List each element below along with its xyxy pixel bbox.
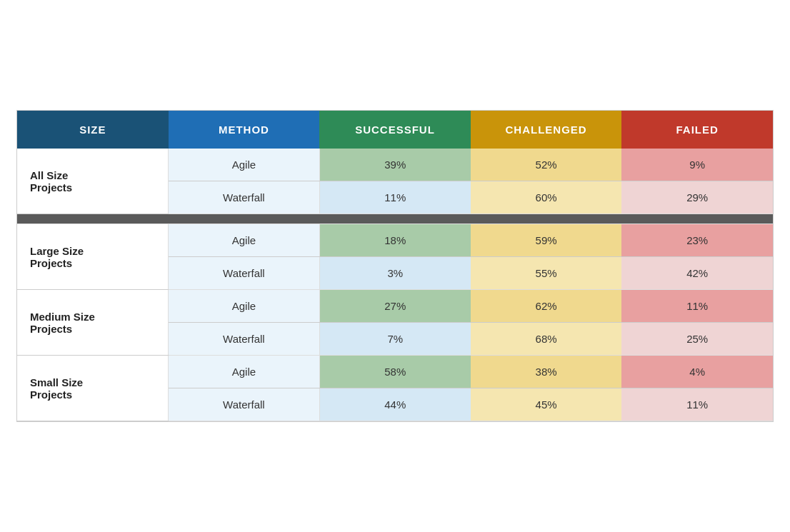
success-agile-1: 18% xyxy=(319,224,471,257)
failed-waterfall-2: 25% xyxy=(621,323,773,356)
method-cell-agile-3: Agile xyxy=(169,356,320,388)
method-cell-waterfall-2: Waterfall xyxy=(169,323,320,356)
header-successful: SUCCESSFUL xyxy=(319,111,471,149)
header-method: METHOD xyxy=(169,111,320,149)
failed-waterfall-3: 11% xyxy=(621,388,773,421)
table-row: Large SizeProjects Agile 18% 59% 23% xyxy=(17,224,773,257)
method-cell-waterfall-0: Waterfall xyxy=(169,181,320,214)
method-cell-agile-0: Agile xyxy=(169,149,320,181)
header-failed: FAILED xyxy=(621,111,773,149)
challenged-agile-1: 59% xyxy=(471,224,622,257)
failed-agile-3: 4% xyxy=(621,356,773,388)
success-waterfall-2: 7% xyxy=(319,323,471,356)
failed-agile-2: 11% xyxy=(621,290,773,323)
challenged-waterfall-1: 55% xyxy=(471,257,622,290)
method-cell-waterfall-1: Waterfall xyxy=(169,257,320,290)
challenged-agile-0: 52% xyxy=(471,149,622,181)
size-cell-1: Large SizeProjects xyxy=(17,224,169,290)
success-agile-3: 58% xyxy=(319,356,471,388)
success-waterfall-1: 3% xyxy=(319,257,471,290)
success-agile-0: 39% xyxy=(319,149,471,181)
size-cell-2: Medium SizeProjects xyxy=(17,290,169,356)
failed-agile-0: 9% xyxy=(621,149,773,181)
challenged-waterfall-3: 45% xyxy=(471,388,622,421)
challenged-waterfall-0: 60% xyxy=(471,181,622,214)
header-challenged: CHALLENGED xyxy=(471,111,622,149)
challenged-agile-2: 62% xyxy=(471,290,622,323)
challenged-agile-3: 38% xyxy=(471,356,622,388)
size-cell-3: Small SizeProjects xyxy=(17,356,169,421)
failed-agile-1: 23% xyxy=(621,224,773,257)
header-size: SIZE xyxy=(17,111,169,149)
failed-waterfall-1: 42% xyxy=(621,257,773,290)
failed-waterfall-0: 29% xyxy=(621,181,773,214)
method-cell-agile-1: Agile xyxy=(169,224,320,257)
table-row: All SizeProjects Agile 39% 52% 9% xyxy=(17,149,773,181)
table-row: Small SizeProjects Agile 58% 38% 4% xyxy=(17,356,773,388)
success-agile-2: 27% xyxy=(319,290,471,323)
size-cell-0: All SizeProjects xyxy=(17,149,169,214)
table-row: Medium SizeProjects Agile 27% 62% 11% xyxy=(17,290,773,323)
section-divider xyxy=(17,214,773,224)
method-cell-agile-2: Agile xyxy=(169,290,320,323)
challenged-waterfall-2: 68% xyxy=(471,323,622,356)
method-cell-waterfall-3: Waterfall xyxy=(169,388,320,421)
success-waterfall-0: 11% xyxy=(319,181,471,214)
success-waterfall-3: 44% xyxy=(319,388,471,421)
